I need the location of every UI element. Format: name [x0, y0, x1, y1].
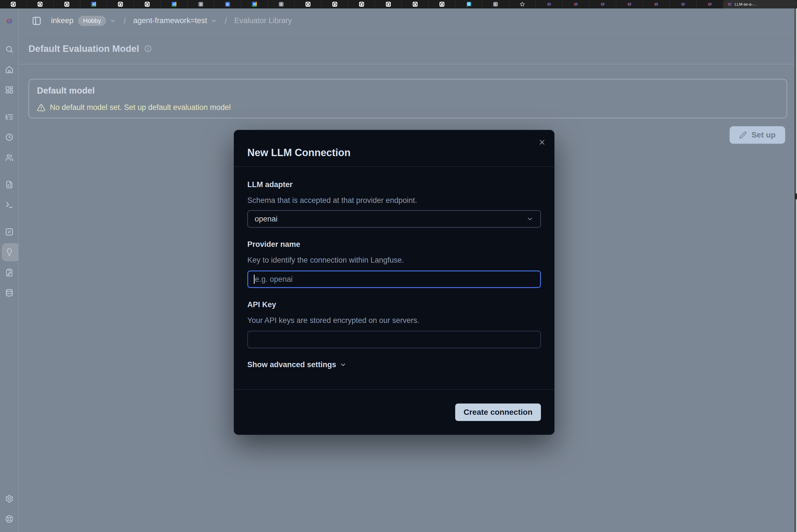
- gear-icon: [5, 495, 14, 503]
- screen-edge-strip: [795, 8, 797, 532]
- knot-icon: [573, 1, 579, 7]
- breadcrumb-page: Evaluator Library: [234, 16, 292, 25]
- browser-tab-knot[interactable]: [616, 0, 643, 8]
- browser-tab-knot[interactable]: [536, 0, 563, 8]
- github-icon: [412, 1, 418, 7]
- app-header: inkeep Hobby / agent-framework=test / Ev…: [19, 8, 795, 33]
- browser-tab-linear[interactable]: [482, 0, 509, 8]
- browser-tab-docs[interactable]: [214, 0, 241, 8]
- chevron-down-icon[interactable]: [109, 17, 116, 24]
- set-up-button[interactable]: Set up: [730, 126, 785, 144]
- gcal-icon: [171, 1, 177, 7]
- chat-icon: [466, 1, 472, 7]
- warning-row: No default model set. Set up default eva…: [37, 103, 779, 112]
- sidebar-item-prompts[interactable]: [0, 174, 19, 195]
- browser-tab-zoom[interactable]: [268, 0, 295, 8]
- browser-tab-chat[interactable]: [455, 0, 482, 8]
- browser-tab-strip: [0, 0, 723, 8]
- browser-tab-gcal[interactable]: [161, 0, 187, 8]
- set-up-label: Set up: [751, 131, 776, 139]
- browser-tab-star[interactable]: [509, 0, 536, 8]
- browser-tab-active[interactable]: LLM-as-a-…: [723, 0, 797, 8]
- browser-tab-github[interactable]: [402, 0, 429, 8]
- dashboard-icon: [5, 86, 14, 94]
- browser-tab-github[interactable]: [107, 0, 134, 8]
- browser-tab-knot[interactable]: [696, 0, 723, 8]
- field-description: Your API keys are stored encrypted on ou…: [247, 317, 541, 324]
- github-icon: [359, 1, 364, 7]
- browser-tab-knot[interactable]: [670, 0, 696, 8]
- browser-tab-github[interactable]: [295, 0, 322, 8]
- zoom-icon: [198, 1, 204, 7]
- page-title-row: Default Evaluation Model: [19, 33, 795, 64]
- gcal-icon: [91, 1, 96, 7]
- sidebar-item-users[interactable]: [0, 147, 19, 168]
- gcal-icon: [252, 1, 257, 7]
- pencil-icon: [739, 131, 747, 139]
- sidebar-item-evaluation[interactable]: [0, 242, 19, 262]
- edge-notch: [795, 193, 797, 200]
- home-icon: [5, 65, 14, 74]
- browser-tab-github[interactable]: [134, 0, 161, 8]
- sidebar-item-scores[interactable]: [0, 222, 19, 242]
- browser-tab-github[interactable]: [348, 0, 375, 8]
- breadcrumb-org[interactable]: inkeep: [51, 16, 74, 25]
- sidebar-item-search[interactable]: [0, 39, 19, 59]
- modal-title: New LLM Connection: [247, 147, 350, 167]
- github-icon: [117, 1, 123, 7]
- github-icon: [144, 1, 150, 7]
- create-connection-button[interactable]: Create connection: [455, 403, 541, 421]
- close-icon[interactable]: [538, 138, 546, 146]
- langfuse-knot-icon: [727, 1, 732, 7]
- clock-icon: [5, 133, 14, 141]
- browser-tab-github[interactable]: [27, 0, 54, 8]
- browser-tab-github[interactable]: [375, 0, 402, 8]
- browser-tab-knot[interactable]: [563, 0, 590, 8]
- sidebar-item-annotation-queues[interactable]: [0, 262, 19, 283]
- browser-tab-zoom[interactable]: [187, 0, 214, 8]
- browser-tab-github[interactable]: [0, 0, 27, 8]
- sidebar-item-support[interactable]: [0, 509, 19, 529]
- sidebar: [0, 8, 19, 532]
- github-icon: [385, 1, 391, 7]
- sidebar-item-home[interactable]: [0, 59, 19, 80]
- github-icon: [305, 1, 311, 7]
- terminal-icon: [5, 201, 14, 209]
- lifebuoy-icon: [5, 515, 14, 523]
- field-api-key: API Key Your API keys are stored encrypt…: [247, 301, 541, 348]
- llm-adapter-select[interactable]: openai: [247, 210, 541, 228]
- sidebar-item-tracing[interactable]: [0, 107, 19, 127]
- sidebar-item-settings[interactable]: [0, 489, 19, 509]
- info-icon[interactable]: [144, 45, 152, 52]
- warning-text: No default model set. Set up default eva…: [50, 103, 231, 112]
- linear-icon: [493, 1, 498, 7]
- sidebar-toggle-icon[interactable]: [32, 16, 41, 26]
- select-value: openai: [255, 215, 277, 224]
- list-tree-icon: [5, 113, 14, 121]
- browser-tab-gcal[interactable]: [241, 0, 268, 8]
- browser-tab-github[interactable]: [54, 0, 80, 8]
- browser-tab-knot[interactable]: [643, 0, 670, 8]
- langfuse-logo-icon: [5, 17, 14, 26]
- provider-name-input[interactable]: [247, 270, 541, 288]
- show-advanced-settings-toggle[interactable]: Show advanced settings: [247, 360, 541, 369]
- browser-tab-github[interactable]: [429, 0, 455, 8]
- sidebar-item-datasets[interactable]: [0, 283, 19, 303]
- github-icon: [64, 1, 70, 7]
- browser-tab-github[interactable]: [322, 0, 348, 8]
- sidebar-item-sessions[interactable]: [0, 127, 19, 147]
- chevron-down-icon[interactable]: [211, 17, 217, 24]
- sidebar-item-playground[interactable]: [0, 195, 19, 215]
- new-llm-connection-modal: New LLM Connection LLM adapter Schema th…: [234, 130, 555, 435]
- browser-tab-knot[interactable]: [590, 0, 616, 8]
- breadcrumb-project[interactable]: agent-framework=test: [133, 16, 207, 25]
- sidebar-item-dashboards[interactable]: [0, 80, 19, 100]
- api-key-input[interactable]: [247, 331, 541, 348]
- github-icon: [439, 1, 445, 7]
- alert-triangle-icon: [37, 103, 46, 112]
- search-icon: [5, 45, 14, 54]
- browser-tab-gcal[interactable]: [80, 0, 107, 8]
- field-label: Provider name: [247, 241, 541, 248]
- breadcrumb-separator: /: [124, 16, 126, 26]
- browser-tab-bar: LLM-as-a-…: [0, 0, 797, 8]
